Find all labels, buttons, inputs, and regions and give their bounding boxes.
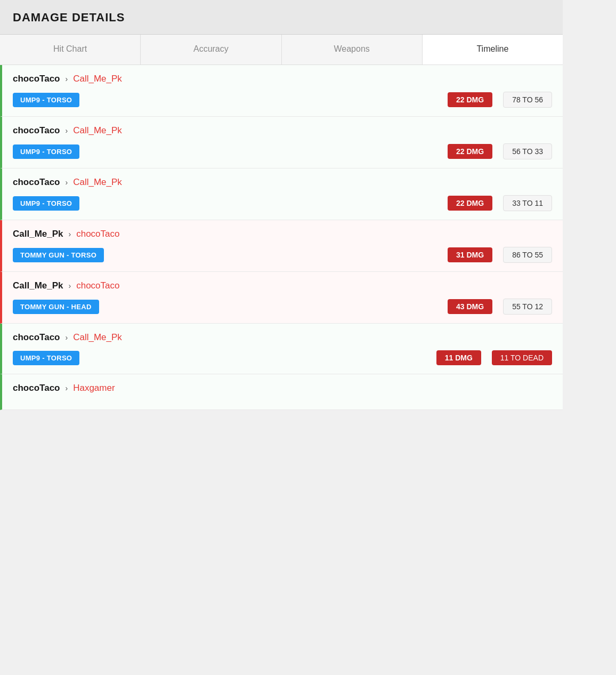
tab-hit-chart[interactable]: Hit Chart (0, 35, 141, 65)
timeline-item: Call_Me_Pk › chocoTaco TOMMY GUN - TORSO… (0, 220, 563, 272)
item-details: UMP9 - TORSO 22 DMG 33 TO 11 (13, 195, 552, 211)
attacker-name: chocoTaco (13, 332, 60, 343)
item-header: chocoTaco › Call_Me_Pk (13, 332, 552, 343)
page-header: DAMAGE DETAILS (0, 0, 563, 35)
victim-name: chocoTaco (76, 280, 119, 291)
damage-badge: 43 DMG (448, 299, 492, 314)
page-wrapper: DAMAGE DETAILS Hit Chart Accuracy Weapon… (0, 0, 563, 410)
weapon-badge: TOMMY GUN - HEAD (13, 300, 99, 314)
damage-badge: 22 DMG (448, 196, 492, 211)
damage-badge: 11 DMG (436, 350, 481, 365)
hp-badge: 55 TO 12 (503, 299, 552, 315)
damage-badge: 22 DMG (448, 92, 492, 107)
attacker-name: Call_Me_Pk (13, 280, 63, 291)
tab-timeline[interactable]: Timeline (423, 35, 563, 65)
timeline-item: chocoTaco › Haxgamer (0, 374, 563, 410)
arrow-icon: › (65, 126, 68, 135)
damage-badge: 31 DMG (448, 247, 492, 262)
timeline-item: chocoTaco › Call_Me_Pk UMP9 - TORSO 11 D… (0, 324, 563, 374)
timeline-item: chocoTaco › Call_Me_Pk UMP9 - TORSO 22 D… (0, 168, 563, 220)
hp-badge: 33 TO 11 (503, 195, 552, 211)
tabs-container: Hit Chart Accuracy Weapons Timeline (0, 35, 563, 65)
victim-name: Call_Me_Pk (73, 125, 122, 136)
timeline-list: chocoTaco › Call_Me_Pk UMP9 - TORSO 22 D… (0, 65, 563, 410)
arrow-icon: › (69, 282, 71, 290)
item-header: Call_Me_Pk › chocoTaco (13, 229, 552, 239)
attacker-name: chocoTaco (13, 383, 60, 393)
weapon-badge: UMP9 - TORSO (13, 144, 79, 159)
damage-badge: 22 DMG (448, 144, 492, 159)
timeline-item: chocoTaco › Call_Me_Pk UMP9 - TORSO 22 D… (0, 117, 563, 168)
victim-name: chocoTaco (76, 229, 119, 239)
arrow-icon: › (65, 333, 68, 342)
page-title: DAMAGE DETAILS (13, 11, 550, 25)
victim-name: Haxgamer (73, 383, 115, 393)
item-details: TOMMY GUN - TORSO 31 DMG 86 TO 55 (13, 247, 552, 263)
attacker-name: chocoTaco (13, 74, 60, 84)
item-header: chocoTaco › Call_Me_Pk (13, 74, 552, 84)
hp-badge: 56 TO 33 (503, 143, 552, 159)
hp-badge: 78 TO 56 (503, 92, 552, 108)
hp-dead-badge: 11 TO DEAD (492, 350, 552, 365)
hp-badge: 86 TO 55 (503, 247, 552, 263)
tab-weapons[interactable]: Weapons (282, 35, 423, 65)
arrow-icon: › (65, 178, 68, 187)
arrow-icon: › (65, 75, 68, 83)
weapon-badge: UMP9 - TORSO (13, 93, 79, 107)
item-header: chocoTaco › Call_Me_Pk (13, 125, 552, 136)
item-header: chocoTaco › Call_Me_Pk (13, 177, 552, 188)
timeline-item: chocoTaco › Call_Me_Pk UMP9 - TORSO 22 D… (0, 65, 563, 117)
victim-name: Call_Me_Pk (73, 177, 122, 188)
item-details: UMP9 - TORSO 22 DMG 78 TO 56 (13, 92, 552, 108)
attacker-name: chocoTaco (13, 177, 60, 188)
victim-name: Call_Me_Pk (73, 332, 122, 343)
weapon-badge: TOMMY GUN - TORSO (13, 248, 104, 262)
weapon-badge: UMP9 - TORSO (13, 196, 79, 211)
item-details: TOMMY GUN - HEAD 43 DMG 55 TO 12 (13, 299, 552, 315)
weapon-badge: UMP9 - TORSO (13, 351, 79, 365)
attacker-name: chocoTaco (13, 125, 60, 136)
item-header: Call_Me_Pk › chocoTaco (13, 280, 552, 291)
tab-accuracy[interactable]: Accuracy (141, 35, 281, 65)
item-header: chocoTaco › Haxgamer (13, 383, 552, 393)
victim-name: Call_Me_Pk (73, 74, 122, 84)
timeline-item: Call_Me_Pk › chocoTaco TOMMY GUN - HEAD … (0, 272, 563, 324)
item-details: UMP9 - TORSO 11 DMG 11 TO DEAD (13, 350, 552, 365)
attacker-name: Call_Me_Pk (13, 229, 63, 239)
item-details: UMP9 - TORSO 22 DMG 56 TO 33 (13, 143, 552, 159)
arrow-icon: › (65, 384, 68, 392)
arrow-icon: › (69, 230, 71, 238)
